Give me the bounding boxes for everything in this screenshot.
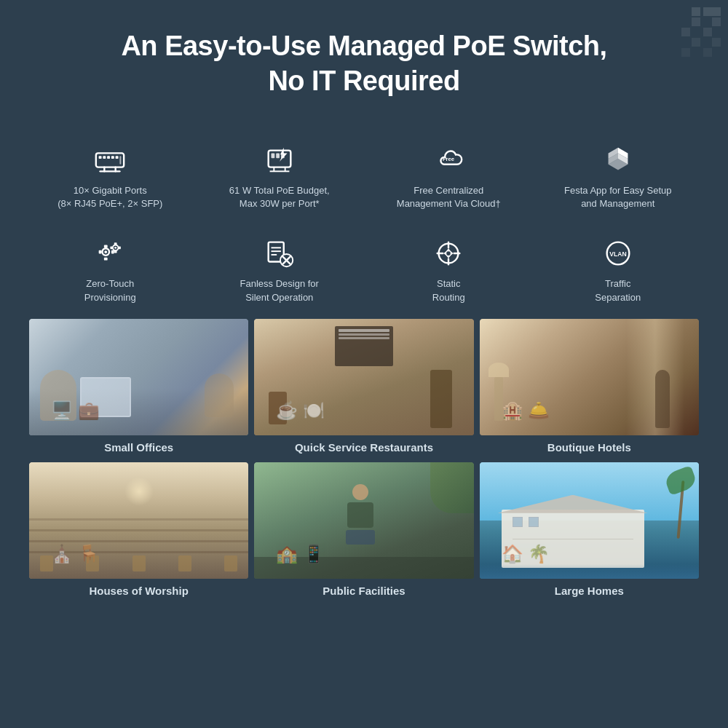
svg-point-42 — [114, 247, 116, 249]
use-cases-row-1: Small Offices Quick Service Restaurants — [29, 319, 699, 456]
cloud-icon: Free — [427, 142, 470, 178]
svg-rect-37 — [104, 245, 108, 248]
app-label: Festa App for Easy Setup and Management — [564, 184, 671, 210]
svg-rect-17 — [120, 156, 122, 165]
page-wrapper: An Easy-to-Use Managed PoE Switch, No IT… — [0, 0, 728, 728]
feature-poe: 61 W Total PoE Budget, Max 30W per Port* — [199, 135, 361, 218]
svg-marker-62 — [450, 251, 454, 257]
title-line1: An Easy-to-Use Managed PoE Switch, — [121, 31, 606, 61]
feature-zero-touch: Zero-Touch Provisioning — [29, 228, 191, 311]
cloud-label: Free Centralized Management Via Cloud† — [397, 184, 501, 210]
features-row-2: Zero-Touch Provisioning Fanless Design f… — [0, 221, 728, 311]
use-case-small-offices: Small Offices — [29, 319, 248, 456]
svg-rect-2 — [712, 7, 721, 16]
svg-rect-8 — [712, 38, 721, 47]
svg-rect-0 — [692, 7, 700, 16]
main-title: An Easy-to-Use Managed PoE Switch, No IT… — [58, 29, 670, 98]
title-line2: No IT Required — [268, 66, 459, 96]
svg-text:VLAN: VLAN — [609, 250, 626, 258]
svg-rect-4 — [712, 17, 721, 26]
svg-rect-1 — [703, 7, 712, 16]
use-case-public: Public Facilities — [254, 462, 473, 600]
use-case-image-public — [254, 462, 473, 579]
svg-rect-13 — [103, 156, 106, 159]
poe-icon — [258, 142, 301, 178]
feature-app: Festa App for Easy Setup and Management — [537, 135, 700, 218]
svg-rect-38 — [104, 258, 108, 261]
svg-rect-21 — [268, 151, 290, 167]
svg-rect-16 — [116, 156, 119, 159]
pixel-pattern-top-right — [633, 7, 721, 95]
svg-rect-7 — [692, 38, 700, 47]
use-case-qsr: Quick Service Restaurants — [254, 319, 473, 456]
use-case-image-worship — [29, 462, 248, 579]
feature-static-routing: Static Routing — [368, 228, 530, 311]
use-cases-section: Small Offices Quick Service Restaurants — [0, 312, 728, 600]
svg-rect-39 — [99, 250, 102, 254]
svg-rect-43 — [114, 243, 117, 245]
use-case-homes: Large Homes — [480, 462, 699, 600]
svg-rect-22 — [271, 153, 274, 158]
features-row-1: 10× Gigabit Ports (8× RJ45 PoE+, 2× SFP) — [0, 127, 728, 218]
vlan-icon: VLAN — [596, 235, 640, 272]
svg-rect-5 — [681, 28, 690, 36]
feature-fanless: Fanless Design for Silent Operation — [199, 228, 361, 311]
feature-vlan: VLAN Traffic Separation — [537, 228, 700, 311]
svg-rect-12 — [99, 156, 102, 159]
vlan-label: Traffic Separation — [595, 277, 641, 304]
feature-cloud: Free Free Centralized Management Via Clo… — [368, 135, 530, 218]
worship-label: Houses of Worship — [29, 579, 248, 600]
svg-rect-15 — [111, 156, 114, 159]
gear-icon — [88, 235, 132, 272]
use-case-image-small-offices — [29, 319, 248, 435]
fanless-label: Fanless Design for Silent Operation — [240, 277, 319, 304]
header-section: An Easy-to-Use Managed PoE Switch, No IT… — [0, 0, 728, 120]
svg-point-36 — [105, 251, 108, 254]
svg-rect-23 — [276, 153, 280, 158]
use-case-hotels: Boutique Hotels — [480, 319, 699, 456]
poe-label: 61 W Total PoE Budget, Max 30W per Port* — [229, 184, 330, 210]
svg-rect-14 — [107, 156, 110, 159]
gigabit-ports-label: 10× Gigabit Ports (8× RJ45 PoE+, 2× SFP) — [58, 184, 162, 210]
public-label: Public Facilities — [254, 579, 473, 600]
svg-rect-44 — [114, 251, 117, 253]
svg-rect-6 — [703, 28, 712, 36]
ethernet-icon — [88, 142, 132, 178]
use-case-image-homes — [480, 462, 699, 579]
static-routing-label: Static Routing — [432, 277, 465, 304]
svg-rect-46 — [119, 247, 121, 250]
homes-label: Large Homes — [480, 579, 699, 600]
svg-marker-61 — [444, 251, 448, 257]
svg-rect-3 — [692, 17, 700, 26]
fanless-icon — [258, 235, 301, 272]
svg-rect-10 — [703, 48, 712, 57]
zero-touch-label: Zero-Touch Provisioning — [84, 277, 136, 304]
use-case-worship: Houses of Worship — [29, 462, 248, 600]
qsr-label: Quick Service Restaurants — [254, 435, 473, 456]
small-offices-label: Small Offices — [29, 435, 248, 456]
use-cases-row-2: Houses of Worship — [29, 462, 699, 600]
hotels-label: Boutique Hotels — [480, 435, 699, 456]
svg-text:Free: Free — [443, 156, 454, 162]
use-case-image-hotels — [480, 319, 699, 435]
routing-icon — [427, 235, 470, 272]
use-case-image-qsr — [254, 319, 473, 435]
svg-rect-45 — [111, 247, 113, 250]
feature-gigabit-ports: 10× Gigabit Ports (8× RJ45 PoE+, 2× SFP) — [29, 135, 191, 218]
svg-rect-9 — [681, 48, 690, 57]
app-icon — [596, 142, 640, 178]
